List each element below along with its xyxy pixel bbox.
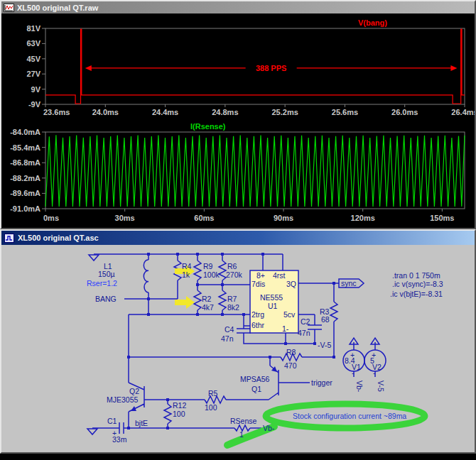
inductor-l1[interactable] bbox=[144, 260, 148, 292]
pin-6thr[interactable]: 6thr bbox=[251, 321, 265, 329]
x-axis-tick-label: 24.0ms bbox=[92, 108, 119, 116]
net-label-vb-rotated[interactable]: Vb- bbox=[355, 380, 364, 393]
value-r3[interactable]: 68 bbox=[321, 315, 330, 324]
v1-minus-mark[interactable]: - bbox=[352, 368, 355, 377]
net-label-sync[interactable]: sync bbox=[341, 279, 357, 288]
raw-window-titlebar[interactable]: XL500 original QT.raw bbox=[1, 1, 475, 13]
label-r2[interactable]: R2 bbox=[202, 295, 212, 303]
pin-8[interactable]: 8+ bbox=[256, 271, 265, 280]
junction-dot bbox=[127, 356, 130, 358]
y-axis-tick-label: -91.0mA bbox=[10, 204, 40, 213]
net-label-bjte[interactable]: bjtE bbox=[135, 419, 148, 427]
annotation-388pps[interactable]: 388 PPS bbox=[256, 64, 286, 72]
value-r12[interactable]: 100 bbox=[173, 410, 185, 418]
junction-dot bbox=[261, 253, 264, 256]
junction-dot bbox=[147, 297, 150, 300]
trace-label-I(Rsense)[interactable]: I(Rsense) bbox=[190, 122, 226, 131]
value-c4[interactable]: 47n bbox=[221, 334, 234, 343]
value-r8[interactable]: 470 bbox=[284, 361, 297, 370]
x-axis-tick-label: 24.4ms bbox=[152, 108, 178, 116]
spice-directive-tran[interactable]: .tran 0 1 750m bbox=[392, 271, 440, 280]
junction-dot bbox=[221, 253, 224, 256]
capacitor-c4[interactable] bbox=[237, 329, 251, 333]
resistor-r12[interactable] bbox=[164, 404, 171, 424]
vbang-plot-pane[interactable]: 81V63V45V27V9V-9V23.6ms24.0ms24.4ms24.8m… bbox=[1, 13, 475, 120]
pin-3q[interactable]: 3Q bbox=[286, 280, 296, 288]
value-q1[interactable]: MPSA56 bbox=[240, 375, 270, 383]
x-axis-tick-label: 0ms bbox=[43, 214, 59, 222]
label-r7[interactable]: R7 bbox=[227, 295, 237, 303]
irsense-plot-pane[interactable]: -84.0mA-85.4mA-86.8mA-88.2mA-89.6mA-91.0… bbox=[1, 120, 475, 228]
x-axis-tick-label: 60ms bbox=[194, 214, 214, 222]
net-label-trigger[interactable]: trigger bbox=[311, 378, 332, 387]
param-l1-rser[interactable]: Rser=1.2 bbox=[87, 279, 117, 288]
y-axis-tick-label: -89.6mA bbox=[10, 189, 40, 197]
pin-4rst[interactable]: 4rst bbox=[273, 271, 286, 280]
net-label-vb[interactable]: Vb- bbox=[263, 424, 275, 432]
label-r5[interactable]: R5 bbox=[208, 389, 218, 398]
label-rsense[interactable]: RSense bbox=[230, 417, 257, 425]
label-r8[interactable]: R8 bbox=[286, 348, 296, 356]
label-c4[interactable]: C4 bbox=[225, 325, 234, 334]
raw-plot-window: XL500 original QT.raw 81V63V45V27V9V-9V2… bbox=[0, 0, 476, 229]
label-r6[interactable]: R6 bbox=[227, 262, 237, 270]
spice-directive-ic-sync[interactable]: .ic v(sync)=-8.3 bbox=[392, 280, 443, 288]
value-r2[interactable]: 4k7 bbox=[202, 303, 214, 312]
resistor-r6[interactable] bbox=[219, 261, 226, 280]
schematic-icon bbox=[4, 234, 14, 243]
value-r9[interactable]: 100k bbox=[203, 270, 220, 279]
net-label-v5-rail[interactable]: -V-5 bbox=[318, 341, 331, 349]
resistor-r2[interactable] bbox=[194, 290, 201, 310]
junction-dot bbox=[147, 313, 150, 316]
value-r4[interactable]: 1k bbox=[182, 270, 190, 279]
ground-icon[interactable] bbox=[89, 255, 99, 261]
value-r6[interactable]: 270k bbox=[226, 270, 243, 279]
label-c2[interactable]: C2 bbox=[301, 317, 310, 326]
label-r12[interactable]: R12 bbox=[173, 401, 186, 410]
junction-dot bbox=[332, 282, 335, 285]
pin-2trg[interactable]: 2trg bbox=[251, 310, 264, 319]
pin-5cv[interactable]: 5cv bbox=[283, 310, 296, 319]
label-r4[interactable]: R4 bbox=[182, 262, 192, 270]
y-axis-tick-label: -88.2mA bbox=[10, 174, 40, 182]
resistor-r3[interactable] bbox=[330, 302, 337, 322]
x-axis-tick-label: 26.4ms bbox=[451, 108, 475, 116]
y-axis-tick-label: -84.0mA bbox=[10, 128, 40, 136]
pin-1[interactable]: 1- bbox=[282, 324, 289, 333]
v2-minus-mark[interactable]: - bbox=[373, 368, 376, 377]
resistor-r7[interactable] bbox=[219, 290, 226, 310]
net-label-v5-rotated[interactable]: V-5 bbox=[377, 380, 385, 392]
value-rsense[interactable]: 1 bbox=[239, 430, 244, 439]
value-r7[interactable]: 8k2 bbox=[227, 303, 239, 312]
highlight-annotation bbox=[227, 404, 425, 445]
value-c2[interactable]: 47n bbox=[298, 329, 310, 337]
annotation-stock-current[interactable]: Stock configuration current ~89ma bbox=[293, 412, 406, 420]
trace-I(Rsense)[interactable] bbox=[45, 135, 465, 207]
arrow-head-right bbox=[450, 65, 457, 71]
ground-icon[interactable] bbox=[87, 429, 97, 434]
trace-label-V(bang)[interactable]: V(bang) bbox=[358, 18, 387, 27]
y-axis-tick-label: -86.8mA bbox=[10, 158, 40, 167]
raw-window-title: XL500 original QT.raw bbox=[17, 4, 98, 12]
junction-dot bbox=[313, 342, 316, 345]
pin-7dis[interactable]: 7dis bbox=[251, 280, 265, 288]
label-q1[interactable]: Q1 bbox=[251, 385, 261, 393]
value-c1[interactable]: 33m bbox=[112, 435, 127, 444]
junction-dot bbox=[147, 253, 150, 256]
capacitor-c1[interactable] bbox=[119, 422, 124, 434]
schematic-titlebar[interactable]: XL500 original QT.asc bbox=[1, 231, 475, 245]
junction-dot bbox=[196, 283, 199, 286]
label-r9[interactable]: R9 bbox=[203, 262, 213, 270]
spice-directive-ic-bjte[interactable]: .ic v(bjtE)=-8.31 bbox=[390, 290, 443, 298]
schematic-canvas[interactable]: L1150µRser=1.2BANGR41kR9100kR6270kR24k7R… bbox=[1, 245, 475, 452]
label-u1[interactable]: U1 bbox=[268, 302, 278, 310]
label-q2[interactable]: Q2 bbox=[129, 387, 139, 395]
resistor-r9[interactable] bbox=[194, 261, 201, 280]
label-ne555[interactable]: NE555 bbox=[260, 293, 283, 302]
value-q2[interactable]: MJE3055 bbox=[107, 395, 139, 404]
label-c1[interactable]: C1 bbox=[107, 417, 117, 425]
value-l1[interactable]: 150µ bbox=[98, 270, 115, 278]
value-r5[interactable]: 100 bbox=[205, 403, 217, 412]
junction-dot bbox=[242, 313, 245, 316]
net-label-bang[interactable]: BANG bbox=[95, 295, 117, 303]
